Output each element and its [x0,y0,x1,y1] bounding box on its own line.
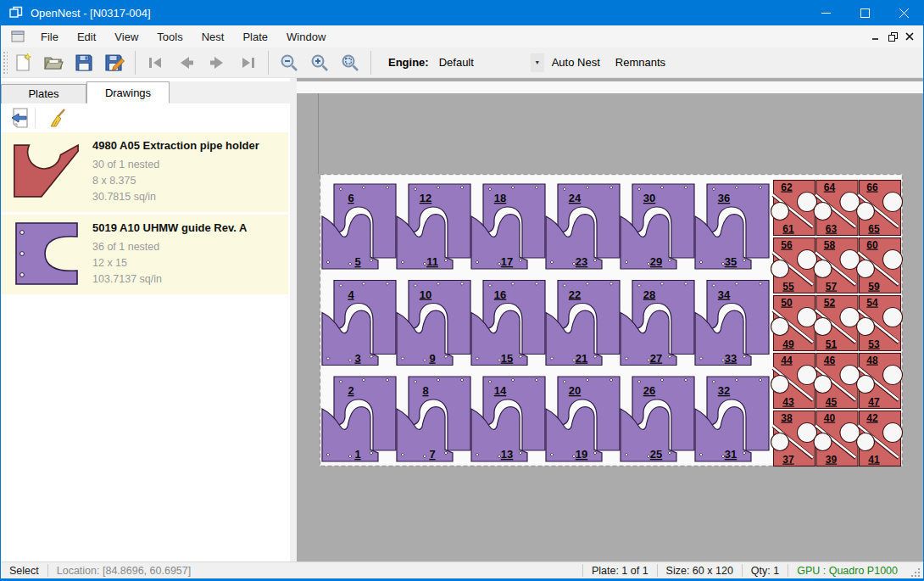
previous-plate-button[interactable] [174,50,199,75]
zoom-fit-icon [340,53,360,73]
svg-text:20: 20 [569,384,581,397]
drawing-thumbnail [1,220,92,288]
title-bar: OpenNest - [N0317-004] [1,0,923,25]
pipe-holder-shape-icon [10,142,83,200]
svg-text:30: 30 [643,192,655,204]
nest-canvas[interactable]: 6512111817242330293635431091615222128273… [297,78,923,561]
menu-tools[interactable]: Tools [148,27,192,47]
minimize-button[interactable] [806,0,845,25]
menu-view[interactable]: View [105,27,148,47]
menu-file[interactable]: File [31,27,68,47]
drawing-area: 30.7815 sq/in [92,189,288,205]
mdi-restore-button[interactable] [884,28,901,45]
mdi-close-button[interactable] [901,28,918,45]
broom-icon [47,107,69,129]
svg-text:11: 11 [426,255,438,268]
maximize-button[interactable] [845,0,884,25]
svg-text:51: 51 [826,338,838,350]
svg-text:24: 24 [569,192,582,204]
save-as-button[interactable] [102,50,127,75]
list-item-extraction-pipe-holder[interactable]: 4980 A05 Extraction pipe holder 30 of 1 … [1,132,288,212]
svg-text:6: 6 [348,192,353,204]
svg-text:15: 15 [501,352,513,365]
svg-text:53: 53 [868,338,880,350]
svg-text:22: 22 [569,288,581,301]
svg-text:5: 5 [354,255,360,268]
go-last-icon [237,53,258,73]
svg-text:47: 47 [868,396,880,408]
svg-text:13: 13 [501,448,513,461]
new-document-icon [13,53,33,73]
chevron-down-icon: ▾ [536,59,539,66]
svg-text:26: 26 [643,384,655,397]
svg-text:18: 18 [494,192,506,204]
engine-label: Engine: [388,56,429,69]
svg-text:59: 59 [868,281,880,293]
engine-combobox[interactable]: Default ▾ [436,53,544,73]
status-location: Location: [84.8696, 60.6957] [48,565,199,577]
new-file-button[interactable] [10,50,36,75]
menu-nest[interactable]: Nest [192,27,234,47]
send-back-to-drawings-button[interactable] [8,106,31,130]
svg-text:61: 61 [782,223,794,235]
menu-edit[interactable]: Edit [68,27,105,47]
svg-text:2: 2 [348,384,353,397]
main-toolbar: Engine: Default ▾ Auto Nest Remnants [1,47,923,78]
svg-text:43: 43 [782,396,794,408]
svg-text:3: 3 [354,352,360,365]
first-plate-button[interactable] [143,50,169,75]
panel-toolbar [1,103,290,131]
svg-text:40: 40 [824,412,836,424]
status-bar: Select Location: [84.8696, 60.6957] Plat… [1,561,923,578]
open-file-button[interactable] [41,50,66,75]
tab-plates[interactable]: Plates [1,84,86,103]
combo-dropdown-button[interactable]: ▾ [531,53,544,72]
drawing-area: 103.7137 sq/in [92,271,288,288]
zoom-fit-button[interactable] [337,50,363,75]
menu-window[interactable]: Window [277,27,335,47]
mdi-minimize-icon [871,32,880,41]
svg-text:27: 27 [650,352,662,365]
document-window-icon [11,31,25,42]
svg-text:54: 54 [866,297,878,309]
panel-tabstrip: Plates Drawings [1,81,290,103]
canvas-margin-strip [297,81,923,93]
svg-text:37: 37 [782,454,794,466]
app-icon [9,6,23,20]
menu-plate[interactable]: Plate [233,27,277,47]
list-item-uhmw-guide[interactable]: 5019 A10 UHMW guide Rev. A 36 of 1 neste… [1,215,288,294]
svg-text:35: 35 [725,255,737,268]
svg-text:56: 56 [781,239,793,251]
auto-nest-button[interactable]: Auto Nest [544,51,608,74]
svg-text:52: 52 [824,297,836,309]
svg-text:39: 39 [826,454,838,466]
svg-text:66: 66 [866,182,878,193]
panel-splitter[interactable] [290,78,297,561]
svg-text:23: 23 [576,255,587,268]
nest-view[interactable]: 6512111817242330293635431091615222128273… [297,78,923,561]
resize-grip[interactable] [910,567,921,578]
clear-broom-button[interactable] [46,106,70,130]
svg-text:55: 55 [782,281,794,293]
next-plate-button[interactable] [204,50,230,75]
save-button[interactable] [71,50,97,75]
remnants-button[interactable]: Remnants [608,51,673,74]
svg-text:50: 50 [781,297,793,309]
svg-text:14: 14 [494,384,507,397]
tab-drawings[interactable]: Drawings [86,81,170,103]
close-button[interactable] [884,0,923,25]
drawing-nested-count: 30 of 1 nested [92,157,288,173]
menu-bar: File Edit View Tools Nest Plate Window [1,25,923,47]
toolbar-grip[interactable] [3,51,8,75]
svg-text:57: 57 [826,281,838,293]
svg-text:4: 4 [348,288,354,301]
svg-text:9: 9 [429,352,435,365]
zoom-out-button[interactable] [276,50,302,75]
zoom-in-icon [309,53,330,73]
svg-text:42: 42 [866,412,878,424]
last-plate-button[interactable] [235,50,260,75]
mdi-minimize-button[interactable] [867,28,884,45]
svg-text:36: 36 [718,192,730,204]
drawing-thumbnail [1,137,92,205]
zoom-in-button[interactable] [307,50,332,75]
